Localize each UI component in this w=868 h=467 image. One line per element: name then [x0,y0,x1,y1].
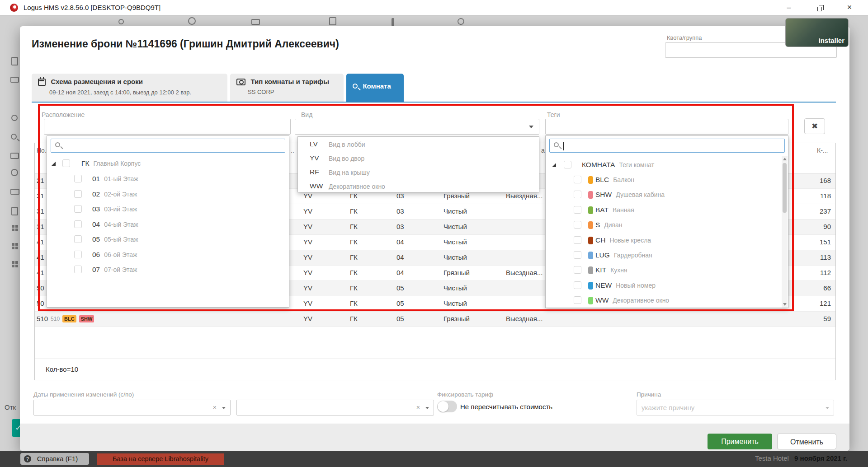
checkbox[interactable] [574,296,581,304]
tags-search-input[interactable] [549,139,785,153]
room-search-icon [353,84,358,89]
date-from-input[interactable]: × [33,400,231,416]
checkbox[interactable] [574,221,581,229]
checkbox[interactable] [74,235,82,243]
checkbox[interactable] [574,281,581,289]
collapse-triangle-icon[interactable] [552,163,556,167]
view-filter-combobox[interactable] [295,119,539,135]
chevron-down-icon[interactable] [425,407,429,409]
room-cell: 50 [37,284,44,292]
tab-placement-scheme[interactable]: Схема размещения и сроки 09-12 ноя 2021,… [32,74,227,102]
apply-button[interactable]: Применить [708,434,772,449]
clear-icon[interactable]: × [416,404,420,411]
checkbox[interactable] [564,161,571,168]
toggle-knob [438,401,448,412]
hotel-name: Testa Hotel [755,454,789,462]
sidebar-search-icon-fragment [11,134,17,140]
room-cell: 50 [37,299,44,307]
location-floor-item[interactable]: 0606-ой Этаж [47,248,289,262]
tag-item[interactable]: LUGГардеробная [546,248,788,263]
location-floor-item[interactable]: 0101-ый Этаж [47,172,289,187]
chevron-down-icon[interactable] [222,407,226,409]
tag-item[interactable]: CHНовые кресла [546,233,788,248]
user-avatar[interactable]: installer [785,18,849,47]
tag-item[interactable]: NEWНовый номер [546,278,788,293]
dialog-footer: Применить Отменить [20,424,849,451]
location-filter-input[interactable] [44,119,291,135]
clear-filters-button[interactable]: ✖ [804,118,825,134]
collapse-triangle-icon[interactable] [52,162,56,166]
clear-icon[interactable]: × [213,404,217,411]
restore-button[interactable] [809,0,830,15]
location-floor-item[interactable]: 0505-ый Этаж [47,232,289,247]
view-option[interactable]: YVВид во двор [298,152,539,166]
dialog-title: Изменение брони №1141696 (Гришин Дмитрий… [32,38,339,50]
scrollbar[interactable] [782,156,788,308]
view-option[interactable]: WWДекоративное окно [298,180,539,194]
checkbox[interactable] [574,206,581,214]
restore-icon [817,7,822,11]
checkbox[interactable] [74,251,82,258]
reason-combobox[interactable]: укажите причину [637,400,834,416]
tag-item[interactable]: KITКухня [546,263,788,278]
checkbox[interactable] [574,266,581,274]
search-icon [55,142,60,147]
view-code: RF [310,168,319,176]
minimize-button[interactable]: – [778,0,799,15]
tag-item[interactable]: BATВанная [546,203,788,218]
table-row[interactable]: 510510BLCSHWYVГК05ГрязныйВыездная...59 [35,312,835,327]
room-number: 50 [37,299,44,307]
checkbox[interactable] [574,191,581,198]
location-floor-item[interactable]: 0202-ой Этаж [47,187,289,202]
location-tree-root[interactable]: ГКГлавный Корпус [47,156,289,171]
checkbox[interactable] [574,176,581,183]
room-cell: 41 [37,238,44,246]
tag-item[interactable]: WWДекоративное окно [546,293,788,308]
view-code: WW [310,182,323,190]
checkbox[interactable] [574,251,581,259]
floor-name: 05-ый Этаж [104,236,138,243]
rows-count-label: Кол-во=10 [46,365,78,373]
scroll-up-icon[interactable] [783,158,787,160]
tab-room[interactable]: Комната [346,74,404,102]
room-cell: 31 [37,207,44,215]
date-to-input[interactable]: × [236,400,434,416]
room-cell: 31 [37,223,44,230]
scroll-thumb[interactable] [783,163,787,213]
cancel-button[interactable]: Отменить [777,434,836,449]
tags-tree-root[interactable]: КОМНАТАТеги комнат [546,158,788,173]
tab-room-type-rates[interactable]: Тип комнаты и тарифы SS CORP [230,74,344,102]
checkbox[interactable] [62,159,70,167]
room-cell: 21 [37,177,44,184]
checkbox[interactable] [574,236,581,244]
checkbox[interactable] [74,220,82,228]
location-floor-item[interactable]: 0404-ый Этаж [47,217,289,232]
view-option[interactable]: LVВид в лобби [298,138,539,152]
location-floor-item[interactable]: 0303-ий Этаж [47,202,289,217]
location-floor-item[interactable]: 0707-ой Этаж [47,262,289,277]
column-header-fragment[interactable]: а [541,147,545,154]
help-button[interactable]: ? Справка (F1) [20,453,89,465]
close-button[interactable]: × [839,0,860,15]
location-search-input[interactable] [51,139,285,153]
tag-name: Ванная [613,206,634,214]
help-button-label: Справка (F1) [37,455,78,462]
floor-cell: 04 [396,253,404,261]
tab-label: Тип комнаты и тарифы [250,78,329,85]
tag-item[interactable]: SДиван [546,218,788,233]
view-option[interactable]: RFВид на крышу [298,166,539,180]
room-code: 510 [51,316,60,322]
scroll-down-icon[interactable] [783,303,787,306]
tag-item[interactable]: BLCБалкон [546,173,788,187]
logus-logo-icon [10,4,18,12]
checkbox[interactable] [74,190,82,198]
status-cell: Грязный [443,269,470,276]
column-header-qty[interactable]: К-... [817,147,828,154]
tags-filter-input[interactable] [545,119,788,135]
fix-rate-toggle[interactable] [437,401,457,412]
column-header-fragment[interactable]: .. [291,147,294,154]
tag-item[interactable]: SHWДушевая кабина [546,187,788,202]
checkbox[interactable] [74,266,82,273]
checkbox[interactable] [74,175,82,182]
checkbox[interactable] [74,205,82,213]
